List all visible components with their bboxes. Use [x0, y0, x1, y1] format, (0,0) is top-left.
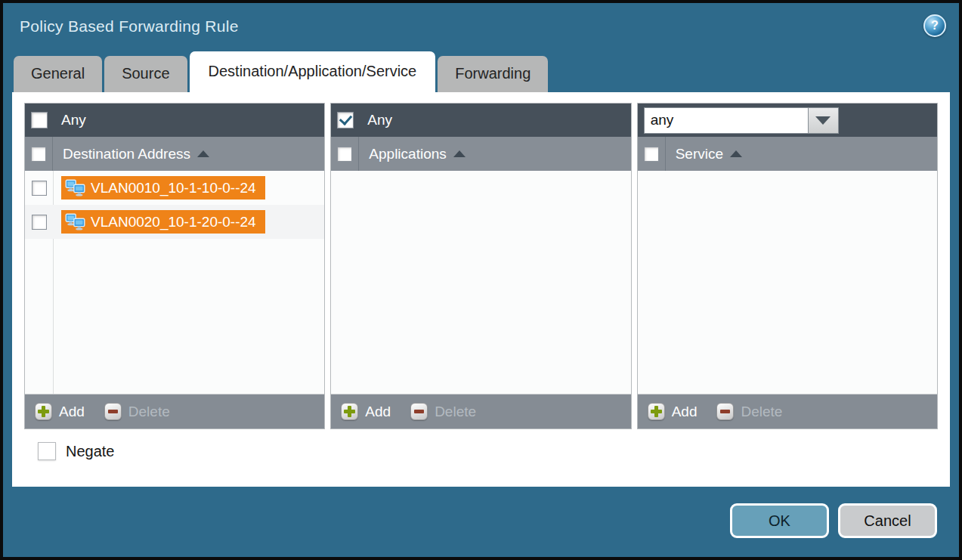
row-checkbox[interactable]: [32, 181, 47, 196]
destination-list: VLAN0010_10-1-10-0--24: [25, 171, 324, 394]
service-dropdown-button[interactable]: [809, 107, 839, 134]
delete-icon: [104, 403, 122, 420]
policy-based-forwarding-dialog: Policy Based Forwarding Rule ? General S…: [0, 0, 962, 560]
applications-header-label[interactable]: Applications: [369, 146, 446, 162]
applications-column-header: Applications: [331, 137, 630, 171]
add-icon: [648, 403, 665, 420]
tab-content-panel: Any Destination Address: [12, 92, 950, 487]
delete-label: Delete: [741, 404, 782, 420]
add-label: Add: [672, 404, 698, 420]
cancel-button[interactable]: Cancel: [838, 503, 937, 538]
service-dropdown: any: [644, 107, 839, 134]
destination-any-bar: Any: [25, 104, 324, 137]
row-checkbox-cell: [25, 215, 54, 230]
service-footer-bar: Add Delete: [638, 394, 937, 429]
delete-icon: [716, 403, 734, 420]
help-icon[interactable]: ?: [923, 14, 946, 37]
destination-column-header: Destination Address: [25, 137, 324, 171]
applications-column: Any Applications Add: [330, 103, 631, 429]
sort-asc-icon: [453, 150, 466, 157]
destination-list-item[interactable]: VLAN0020_10-1-20-0--24: [25, 205, 324, 239]
applications-footer-bar: Add Delete: [331, 394, 630, 429]
address-object-name: VLAN0010_10-1-10-0--24: [91, 180, 256, 196]
delete-icon: [410, 403, 428, 420]
applications-any-checkbox[interactable]: [337, 112, 354, 128]
tab-destination-application-service[interactable]: Destination/Application/Service: [190, 51, 436, 92]
chevron-down-icon: [815, 116, 831, 125]
destination-any-checkbox[interactable]: [31, 112, 48, 128]
service-dropdown-value[interactable]: any: [644, 107, 809, 134]
applications-delete-button[interactable]: Delete: [410, 403, 476, 420]
service-delete-button[interactable]: Delete: [716, 403, 782, 420]
destination-delete-button[interactable]: Delete: [104, 403, 170, 420]
destination-address-column: Any Destination Address: [24, 103, 325, 429]
address-object-chip[interactable]: VLAN0020_10-1-20-0--24: [61, 210, 265, 234]
service-any-bar: any: [638, 104, 937, 137]
service-header-label[interactable]: Service: [676, 146, 723, 162]
row-checkbox[interactable]: [32, 215, 47, 230]
tab-source[interactable]: Source: [104, 56, 187, 92]
destination-select-all-cell: [25, 137, 53, 171]
destination-footer-bar: Add Delete: [25, 394, 324, 429]
applications-add-button[interactable]: Add: [341, 403, 391, 420]
service-list: [638, 171, 937, 394]
tab-strip: General Source Destination/Application/S…: [3, 50, 959, 92]
applications-select-all-checkbox[interactable]: [337, 147, 352, 162]
tab-general[interactable]: General: [14, 56, 102, 92]
destination-any-label: Any: [61, 112, 86, 128]
dialog-buttons: OK Cancel: [730, 503, 937, 538]
network-address-icon: [65, 213, 85, 230]
negate-row: Negate: [38, 442, 938, 460]
add-icon: [341, 403, 358, 420]
ok-button[interactable]: OK: [730, 503, 829, 538]
negate-label: Negate: [66, 443, 115, 460]
title-bar: Policy Based Forwarding Rule: [3, 3, 959, 50]
service-add-button[interactable]: Add: [648, 403, 698, 420]
add-label: Add: [59, 404, 85, 420]
destination-list-item[interactable]: VLAN0010_10-1-10-0--24: [25, 171, 324, 205]
applications-select-all-cell: [331, 137, 359, 171]
sort-asc-icon: [197, 150, 209, 157]
sort-asc-icon: [730, 150, 742, 157]
network-address-icon: [65, 179, 85, 196]
applications-any-bar: Any: [331, 104, 630, 137]
three-column-layout: Any Destination Address: [24, 103, 938, 429]
service-select-all-checkbox[interactable]: [644, 147, 659, 162]
delete-label: Delete: [128, 404, 170, 420]
destination-add-button[interactable]: Add: [35, 403, 85, 420]
destination-header-label[interactable]: Destination Address: [63, 146, 190, 162]
service-column: any Service: [637, 103, 938, 429]
applications-any-label: Any: [367, 112, 392, 128]
row-checkbox-cell: [25, 181, 54, 196]
delete-label: Delete: [435, 404, 476, 420]
negate-checkbox[interactable]: [38, 442, 56, 460]
service-column-header: Service: [638, 137, 937, 171]
dialog-title: Policy Based Forwarding Rule: [20, 17, 239, 36]
address-object-chip[interactable]: VLAN0010_10-1-10-0--24: [61, 176, 265, 200]
address-object-name: VLAN0020_10-1-20-0--24: [91, 214, 256, 230]
tab-forwarding[interactable]: Forwarding: [438, 56, 548, 92]
destination-select-all-checkbox[interactable]: [31, 147, 46, 162]
applications-list: [331, 171, 630, 394]
service-select-all-cell: [638, 137, 666, 171]
add-icon: [35, 403, 52, 420]
add-label: Add: [365, 404, 391, 420]
